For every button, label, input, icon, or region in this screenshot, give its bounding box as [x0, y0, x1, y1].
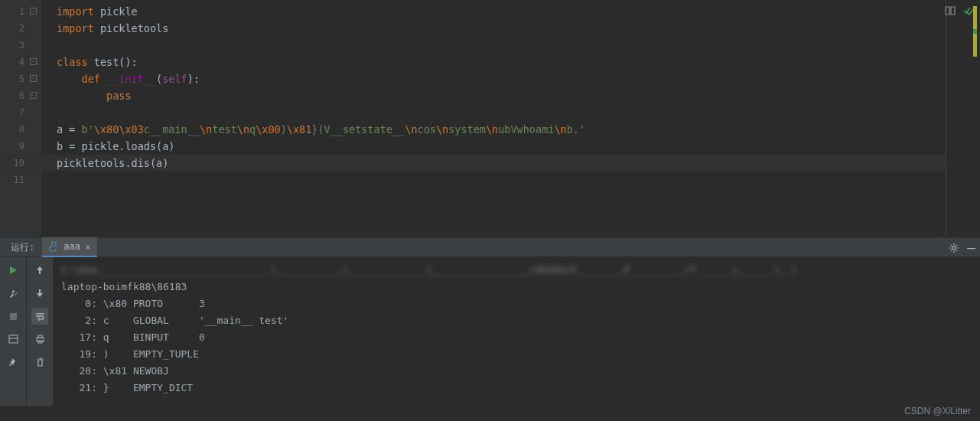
run-left-toolbar-2 — [27, 257, 54, 406]
fold-icon[interactable]: − — [30, 8, 37, 15]
str: b — [82, 123, 88, 135]
str: c__main__ — [144, 123, 200, 135]
function-name: __init__ — [106, 73, 156, 85]
keyword: pass — [106, 90, 132, 102]
console-line: 19: ) EMPTY_TUPLE — [61, 346, 972, 363]
str: q — [249, 123, 256, 135]
code-editor[interactable]: import pickle import pickletools class t… — [41, 0, 946, 237]
line-no: 8 — [19, 124, 24, 135]
module-name: pickle — [100, 5, 138, 18]
str: system — [448, 123, 486, 135]
watermark: CSDN @XiLitter — [904, 406, 971, 416]
line-no: 2 — [19, 23, 24, 34]
punct: ( — [156, 73, 162, 85]
esc: \x00 — [256, 123, 281, 135]
down-arrow-icon[interactable] — [31, 285, 48, 302]
wrench-icon[interactable] — [5, 285, 21, 302]
esc: \x80\x03 — [94, 123, 144, 135]
line-no: 11 — [14, 175, 24, 185]
esc: \n — [237, 123, 249, 135]
str: test — [212, 123, 237, 135]
checks-icon[interactable] — [963, 6, 974, 15]
svg-rect-6 — [38, 335, 42, 338]
close-icon[interactable]: × — [85, 241, 91, 253]
console-line: 21: } EMPTY_DICT — [61, 380, 972, 397]
code-line-10: pickletools.dis(a) — [57, 157, 168, 169]
esc: \x81 — [287, 123, 312, 135]
svg-rect-3 — [9, 335, 18, 343]
class-name: test — [94, 56, 119, 68]
run-tab-aaa[interactable]: aaa × — [42, 237, 97, 257]
run-panel: 运行: aaa × — — [0, 237, 980, 406]
svg-point-0 — [51, 243, 53, 244]
line-no: 3 — [19, 40, 24, 51]
gutter[interactable]: 1− 2 3 4− 5− 6− 7 8 9 10 11 — [5, 0, 41, 237]
console-line: 17: q BINPUT 0 — [61, 329, 972, 346]
keyword: class — [57, 56, 94, 68]
editor-area: 1− 2 3 4− 5− 6− 7 8 9 10 11 import pickl… — [0, 0, 980, 237]
python-icon — [48, 241, 59, 252]
module-name: pickletools — [100, 22, 168, 34]
right-gutter — [946, 0, 980, 237]
keyword: import — [57, 5, 100, 18]
keyword: import — [57, 22, 100, 34]
soft-wrap-icon[interactable] — [31, 308, 48, 325]
run-left-toolbar — [0, 257, 27, 406]
esc: \n — [554, 123, 566, 135]
console-line: laptop-boimfk88\86183 — [61, 279, 972, 295]
str: ' — [88, 123, 94, 135]
console-line: 2: c GLOBAL '__main__ test' — [61, 312, 972, 329]
esc: \n — [200, 123, 212, 135]
str: }(V__setstate__ — [311, 123, 405, 135]
esc: \n — [486, 123, 498, 135]
layout-icon[interactable] — [5, 331, 21, 348]
fold-icon[interactable]: − — [30, 75, 37, 82]
pin-icon[interactable] — [5, 354, 21, 370]
str: b.' — [567, 123, 585, 135]
punct: (): — [119, 56, 137, 68]
esc: \n — [436, 123, 448, 135]
code-line-9: b = pickle.loads(a) — [57, 140, 174, 152]
line-no: 6 — [19, 90, 24, 101]
str: ) — [281, 123, 287, 135]
console-line: 0: \x80 PROTO 3 — [61, 295, 972, 312]
line-no: 1 — [19, 6, 24, 17]
console-line: C:\Use_____________________________\____… — [61, 262, 972, 279]
line-no: 5 — [19, 73, 24, 84]
print-icon[interactable] — [31, 331, 48, 348]
esc: \n — [405, 123, 417, 135]
up-arrow-icon[interactable] — [31, 262, 48, 279]
stop-button[interactable] — [5, 308, 21, 325]
fold-icon[interactable]: − — [30, 92, 37, 99]
rerun-button[interactable] — [5, 262, 21, 279]
line-no: 4 — [19, 57, 24, 67]
str: cos — [418, 123, 436, 135]
hide-icon[interactable]: — — [967, 244, 975, 252]
assign: a = — [57, 123, 82, 135]
console-output[interactable]: C:\Use_____________________________\____… — [54, 257, 980, 406]
keyword: def — [82, 73, 107, 85]
scroll-marker[interactable] — [973, 3, 977, 233]
gear-icon[interactable] — [949, 243, 959, 253]
run-header: 运行: aaa × — — [0, 237, 980, 257]
str: ubVwhoami — [498, 123, 554, 135]
console-line: 20: \x81 NEWOBJ — [61, 363, 972, 380]
svg-rect-2 — [10, 313, 17, 320]
fold-icon[interactable]: − — [30, 58, 37, 65]
svg-point-1 — [952, 246, 956, 250]
line-no: 7 — [19, 107, 24, 118]
run-label: 运行: — [0, 241, 42, 254]
indent — [57, 73, 82, 85]
reader-mode-icon[interactable] — [945, 6, 956, 15]
self-param: self — [162, 73, 187, 85]
indent — [57, 90, 106, 102]
line-no: 9 — [19, 141, 24, 152]
line-no: 10 — [14, 158, 24, 168]
trash-icon[interactable] — [31, 354, 48, 370]
punct: ): — [187, 73, 200, 85]
run-tab-label: aaa — [63, 241, 80, 252]
